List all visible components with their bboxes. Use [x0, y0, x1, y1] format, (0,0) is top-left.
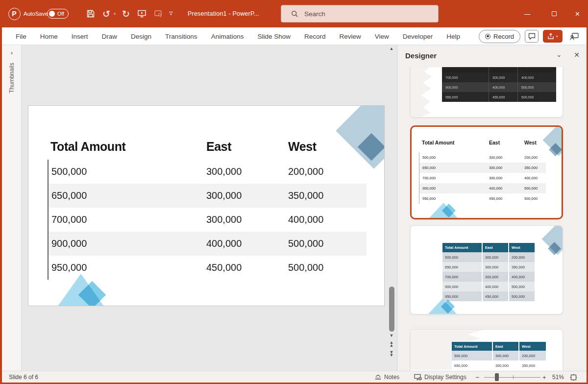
designer-close-icon[interactable]: ✕ [571, 51, 583, 59]
table-cell: 400,000 [489, 82, 517, 92]
table-row: 950,000450,000500,000 [442, 92, 556, 102]
display-settings-label: Display Settings [424, 374, 466, 381]
table-cell: 700,000 [49, 214, 203, 225]
thumbnails-panel-collapsed[interactable]: › Thumbnails [2, 45, 22, 371]
close-button[interactable]: ✕ [567, 0, 588, 27]
design-suggestion-teal-2[interactable]: Total AmountEastWest 500,000300,000200,0… [410, 329, 563, 371]
ribbon-tab-draw[interactable]: Draw [95, 33, 124, 40]
comments-button[interactable] [525, 30, 539, 43]
slide-editing-area: Total AmountEastWest 500,000300,000200,0… [22, 45, 397, 371]
table-cell: 300,000 [489, 67, 517, 72]
undo-dropdown-icon[interactable]: ˅ [112, 0, 118, 27]
share-button[interactable]: ˅ [543, 30, 563, 43]
clipped-table-row: 650,000300,000350,000 [442, 67, 556, 72]
slideshow-icon[interactable] [134, 0, 149, 27]
notes-icon [374, 374, 382, 380]
autosave-toggle[interactable]: Off [47, 0, 69, 27]
table-cell: West [285, 140, 367, 154]
design-suggestion-teal[interactable]: Total AmountEastWest 500,000300,000200,0… [410, 225, 563, 314]
autosave-label: AutoSave [24, 0, 48, 27]
table-row: 950,000450,000500,000 [442, 291, 535, 301]
zoom-level[interactable]: 51% [552, 371, 564, 383]
table-row: 650,000300,000350,000 [442, 262, 535, 272]
designer-collapse-chevron-icon[interactable]: ⌄ [553, 51, 565, 58]
table-cell: 950,000 [49, 262, 203, 273]
slide-table[interactable]: Total AmountEastWest 500,000300,000200,0… [48, 133, 367, 280]
table-cell: East [493, 342, 518, 351]
zoom-slider-handle[interactable] [495, 373, 499, 381]
table-row: 650,000300,000350,000 [452, 360, 546, 370]
record-button[interactable]: Record [479, 30, 520, 43]
design-suggestion-selected[interactable]: Total AmountEastWest 500,000300,000200,0… [410, 125, 563, 219]
expand-thumbnails-chevron-icon[interactable]: › [2, 49, 22, 56]
ribbon-tab-file[interactable]: File [9, 33, 33, 40]
table-row: 900,000400,000500,000 [442, 82, 556, 92]
designer-pane-header: Designer ⌄ ✕ [397, 45, 587, 67]
search-input[interactable]: Search [281, 5, 439, 23]
minimize-button[interactable]: — [516, 0, 539, 27]
table-cell: 900,000 [49, 238, 203, 249]
table-cell: East [483, 243, 508, 252]
ribbon-tab-insert[interactable]: Insert [65, 33, 95, 40]
zoom-out-button[interactable]: − [475, 371, 479, 383]
table-cell: 450,000 [483, 291, 508, 301]
slide-canvas[interactable]: Total AmountEastWest 500,000300,000200,0… [28, 105, 385, 306]
ribbon-tab-review[interactable]: Review [333, 33, 368, 40]
table-cell: 450,000 [203, 262, 285, 273]
pointer-icon[interactable] [151, 0, 166, 27]
table-row: 700,000300,000400,000 [49, 208, 367, 232]
table-cell: 200,000 [509, 252, 535, 262]
table-cell: 500,000 [509, 282, 535, 291]
scrollbar-thumb[interactable] [389, 287, 394, 332]
ribbon-tab-transitions[interactable]: Transitions [158, 33, 204, 40]
table-cell: 450,000 [489, 92, 517, 102]
thumbnails-panel-label: Thumbnails [8, 63, 15, 93]
comment-icon [528, 33, 536, 40]
table-cell: 300,000 [486, 166, 521, 170]
table-row: 900,000400,000500,000 [442, 282, 535, 291]
scroll-down-button[interactable]: ▼ [387, 333, 396, 338]
table-cell: 500,000 [518, 82, 556, 92]
table-cell: 900,000 [419, 186, 486, 191]
table-cell: 350,000 [521, 166, 546, 170]
scroll-up-button[interactable]: ▲ [387, 46, 396, 51]
table-cell: West [509, 243, 535, 252]
ribbon-tab-view[interactable]: View [368, 33, 396, 40]
notes-button[interactable]: Notes [374, 371, 399, 383]
table-cell: 650,000 [49, 190, 203, 201]
table-cell: 500,000 [521, 196, 546, 201]
table-row: 700,000300,000400,000 [442, 72, 556, 82]
table-cell: 200,000 [519, 351, 546, 360]
table-cell: 700,000 [442, 272, 482, 282]
ribbon-tab-help[interactable]: Help [440, 33, 467, 40]
zoom-in-button[interactable]: + [542, 371, 546, 383]
teal-table-body: 500,000300,000200,000650,000300,000350,0… [442, 252, 535, 301]
table-cell: 400,000 [483, 282, 508, 291]
save-icon[interactable] [83, 0, 98, 27]
ribbon-tab-home[interactable]: Home [33, 33, 65, 40]
present-to-audience-icon[interactable] [567, 30, 582, 43]
next-slide-button[interactable]: ▼▼ [387, 351, 396, 357]
maximize-button[interactable] [543, 0, 565, 27]
table-cell: East [486, 140, 521, 145]
ribbon-tab-animations[interactable]: Animations [204, 33, 251, 40]
display-settings-button[interactable]: Display Settings [414, 371, 466, 383]
customize-qat-chevron-icon[interactable]: ˅ [167, 0, 175, 27]
toggle-knob [49, 11, 55, 17]
table-cell: 350,000 [519, 360, 546, 370]
design-suggestion-dark[interactable]: 650,000300,000350,000 700,000300,000400,… [410, 67, 563, 118]
mini-table-body: 500,000300,000200,000650,000300,000350,0… [419, 152, 546, 204]
redo-icon[interactable]: ↻ [119, 0, 133, 27]
ribbon-tab-slide-show[interactable]: Slide Show [250, 33, 297, 40]
ribbon-tab-developer[interactable]: Developer [396, 33, 440, 40]
table-cell: Total Amount [442, 243, 482, 252]
table-row: 700,000300,000400,000 [419, 173, 546, 183]
editor-scrollbar[interactable]: ▲ ▼ ▲▲ ▼▼ [387, 45, 396, 371]
zoom-slider-track[interactable] [484, 377, 540, 378]
ribbon-tab-design[interactable]: Design [124, 33, 158, 40]
previous-slide-button[interactable]: ▲▲ [387, 341, 396, 347]
table-cell: 500,000 [285, 262, 367, 273]
fit-slide-to-window-button[interactable] [570, 371, 577, 383]
table-cell: 300,000 [486, 176, 521, 180]
ribbon-tab-record[interactable]: Record [297, 33, 333, 40]
